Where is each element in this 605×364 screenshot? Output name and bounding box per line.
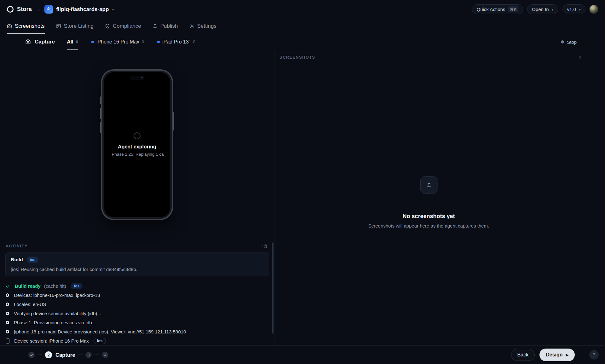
filter-label: All <box>67 39 73 45</box>
activity-event: Phase 1: Provisioning devices via idb... <box>6 318 268 327</box>
camera-icon <box>7 24 12 29</box>
copy-icon[interactable] <box>262 244 267 248</box>
activity-event: Locales: en-US <box>6 300 268 309</box>
activity-event: Build ready (cache hit) ios <box>6 281 268 291</box>
open-in-button[interactable]: Open In ▾ <box>527 4 558 14</box>
power-button <box>173 112 174 130</box>
tab-settings[interactable]: Settings <box>189 19 216 34</box>
brand-name: Stora <box>17 6 32 13</box>
build-log-message: [ios] Reusing cached build artifact for … <box>11 267 264 272</box>
open-in-label: Open In <box>532 7 549 12</box>
phone-screen[interactable]: Agent exploring Phase 1.25: Replaying 1 … <box>104 72 170 217</box>
project-app-icon <box>44 5 53 14</box>
device-filters: All 0 iPhone 16 Pro Max 0 iPad Pro 13" 0 <box>67 34 195 50</box>
step-2-active[interactable]: 2 <box>45 351 52 358</box>
screenshots-empty-state: No screenshots yet Screenshots will appe… <box>274 60 583 345</box>
check-icon <box>30 353 33 356</box>
event-text: Devices: iphone-16-pro-max, ipad-pro-13 <box>14 292 100 298</box>
image-icon <box>56 24 61 29</box>
camera-icon <box>25 39 31 45</box>
chevron-down-icon: ▾ <box>112 7 114 12</box>
design-label: Design <box>546 352 562 358</box>
check-icon <box>6 284 10 288</box>
upload-icon <box>426 182 432 188</box>
empty-title: No screenshots yet <box>402 213 455 220</box>
help-button[interactable]: ? <box>589 350 599 360</box>
user-avatar[interactable] <box>590 5 598 14</box>
back-label: Back <box>517 352 529 358</box>
shield-check-icon <box>105 24 110 29</box>
capture-label: Capture <box>35 39 55 45</box>
screenshots-panel: SCREENSHOTS 0 No screenshots yet Screens… <box>274 50 605 345</box>
step-connector <box>37 355 42 355</box>
filter-all[interactable]: All 0 <box>67 34 78 50</box>
filter-ipad-pro-13[interactable]: iPad Pro 13" 0 <box>157 34 195 50</box>
pending-ring-icon <box>6 312 9 315</box>
tab-label: Store Listing <box>64 23 94 29</box>
tab-store-listing[interactable]: Store Listing <box>56 19 94 34</box>
stora-logo-icon <box>7 6 14 13</box>
pending-ring-icon <box>6 330 9 333</box>
step-1-done[interactable] <box>28 352 35 358</box>
quick-actions-label: Quick Actions <box>476 7 505 12</box>
event-text: Device session: iPhone 16 Pro Max <box>14 338 89 344</box>
volume-up-button <box>100 108 101 119</box>
tab-publish[interactable]: Publish <box>153 19 178 34</box>
device-status-dot <box>91 41 94 43</box>
filter-count: 0 <box>76 39 78 44</box>
filter-count: 0 <box>142 39 144 44</box>
tab-compliance[interactable]: Compliance <box>105 19 141 34</box>
version-label: v1.0 <box>567 7 576 12</box>
lightning-icon <box>46 7 51 12</box>
phone-preview-area: Agent exploring Phase 1.25: Replaying 1 … <box>0 50 274 239</box>
step-connector <box>95 355 99 355</box>
volume-down-button <box>100 122 101 133</box>
ios-outline-badge: ios <box>94 338 106 344</box>
stop-label: Stop <box>567 39 577 45</box>
step-connector <box>78 355 83 355</box>
filter-label: iPhone 16 Pro Max <box>96 39 139 45</box>
gear-icon <box>189 24 194 29</box>
event-suffix: (cache hit) <box>44 283 66 289</box>
activity-panel: ACTIVITY Build ios [ios] Reusing cached … <box>0 239 274 345</box>
step-3[interactable]: 3 <box>85 352 92 358</box>
loading-spinner <box>134 132 141 139</box>
activity-event: Verifying device service availability (i… <box>6 309 268 318</box>
screenshots-title: SCREENSHOTS <box>279 55 315 60</box>
play-icon: ▶ <box>566 353 568 357</box>
back-button[interactable]: Back <box>511 349 535 361</box>
capture-section-label: Capture <box>25 34 55 50</box>
event-text: [iphone-16-pro-max] Device provisioned (… <box>14 329 186 334</box>
tab-label: Settings <box>197 23 216 29</box>
stop-button[interactable]: Stop <box>561 34 577 50</box>
activity-event-device-session: Device session: iPhone 16 Pro Max ios <box>6 336 268 345</box>
activity-scrollbar[interactable] <box>272 242 274 334</box>
filter-iphone-16-pro-max[interactable]: iPhone 16 Pro Max 0 <box>91 34 144 50</box>
tab-screenshots[interactable]: Screenshots <box>7 19 45 34</box>
app-header: Stora / flipiq-flashcards-app ▾ Quick Ac… <box>0 0 605 19</box>
filter-label: iPad Pro 13" <box>162 39 190 45</box>
main-tabbar: Screenshots Store Listing Compliance Pub… <box>0 19 605 34</box>
device-preview-panel: Agent exploring Phase 1.25: Replaying 1 … <box>0 50 274 345</box>
chevron-down-icon: ▾ <box>579 7 581 12</box>
rocket-icon <box>153 24 158 29</box>
capture-toolbar: Capture All 0 iPhone 16 Pro Max 0 iPad P… <box>0 34 605 50</box>
screenshots-count: 0 <box>579 55 581 60</box>
phone-icon <box>6 338 9 344</box>
project-switcher[interactable]: flipiq-flashcards-app ▾ <box>44 5 114 14</box>
version-selector[interactable]: v1.0 ▾ <box>562 4 585 14</box>
quick-actions-button[interactable]: Quick Actions ⌘K <box>472 4 523 14</box>
device-status-dot <box>157 41 160 43</box>
design-button[interactable]: Design ▶ <box>539 349 575 361</box>
tab-label: Compliance <box>113 23 141 29</box>
brand: Stora <box>7 6 32 13</box>
wizard-footer: 2 Capture 3 4 Back Design ▶ ? <box>0 345 605 364</box>
upload-illustration <box>420 176 437 194</box>
event-text: Locales: en-US <box>14 302 46 307</box>
step-4[interactable]: 4 <box>102 352 108 358</box>
agent-status-title: Agent exploring <box>118 144 156 150</box>
pending-ring-icon <box>6 293 9 297</box>
chevron-down-icon: ▾ <box>552 7 554 12</box>
breadcrumb-separator: / <box>38 7 39 12</box>
empty-subtitle: Screenshots will appear here as the agen… <box>368 223 489 228</box>
